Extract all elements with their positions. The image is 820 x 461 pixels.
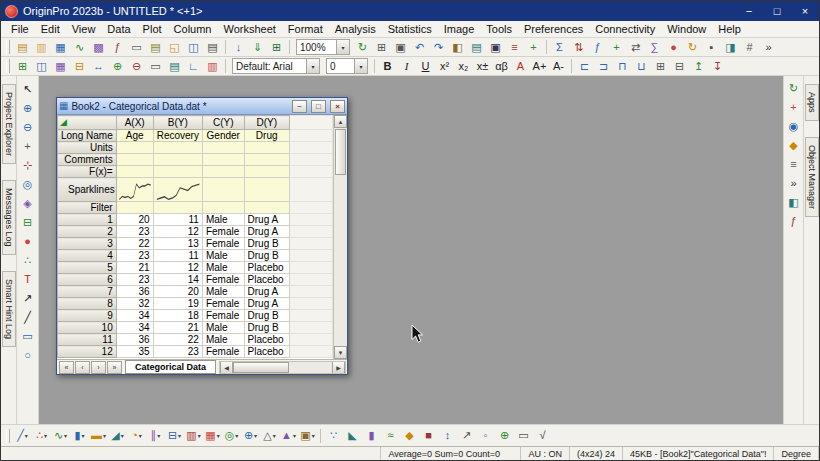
ternary-plot-button-dropdown-icon[interactable]: ▾: [273, 432, 276, 439]
double-y-plot-button-dropdown-icon[interactable]: ▾: [157, 432, 160, 439]
area-plot-button[interactable]: ◢▾: [108, 427, 127, 444]
zoom-combo[interactable]: 100% ▾: [296, 39, 350, 55]
worksheet-cell[interactable]: 22: [153, 334, 202, 346]
menu-image[interactable]: Image: [438, 22, 481, 36]
worksheet-cell[interactable]: 14: [153, 274, 202, 286]
polar-plot-button-dropdown-icon[interactable]: ▾: [254, 432, 257, 439]
new-notes-icon[interactable]: ▤: [146, 39, 165, 56]
scroll-left-button[interactable]: ◀: [220, 362, 233, 373]
prev-sheet-button[interactable]: ‹: [75, 361, 90, 374]
template-library-button[interactable]: ▣▾: [298, 427, 317, 444]
worksheet-cell[interactable]: 20: [153, 286, 202, 298]
column-plot-button-dropdown-icon[interactable]: ▾: [82, 432, 85, 439]
project-explorer-icon[interactable]: ◧: [448, 39, 467, 56]
row-number[interactable]: 5: [58, 262, 117, 274]
3d-plot-button[interactable]: ▲▾: [279, 427, 298, 444]
histogram-button-dropdown-icon[interactable]: ▾: [198, 432, 201, 439]
move-column-icon[interactable]: ⇄: [626, 39, 645, 56]
f-x-cell[interactable]: [116, 166, 153, 178]
zoom-out-tool-icon[interactable]: ⊖: [18, 118, 37, 136]
line-symbol-plot-button[interactable]: ∿▾: [51, 427, 70, 444]
row-label-comments[interactable]: Comments: [58, 154, 117, 166]
worksheet-minimize-button[interactable]: −: [292, 100, 307, 113]
comments-cell[interactable]: [244, 154, 289, 166]
comments-cell[interactable]: [116, 154, 153, 166]
vertical-scrollbar[interactable]: ▲ ▼: [333, 115, 347, 359]
redo-icon[interactable]: ↷: [429, 39, 448, 56]
row-label-filter[interactable]: Filter: [58, 202, 117, 214]
whole-page-icon[interactable]: ▭: [146, 58, 165, 75]
fitting-icon[interactable]: ƒ: [784, 213, 803, 230]
dock-tab-apps[interactable]: Apps: [805, 84, 819, 121]
toolbar-grip[interactable]: [6, 59, 10, 73]
worksheet-cell[interactable]: Female: [202, 226, 244, 238]
bubble-plot-button[interactable]: ◦: [476, 427, 495, 444]
sparkline-cell[interactable]: [116, 178, 153, 202]
3d-surface-button[interactable]: ◣: [343, 427, 362, 444]
3d-plot-button-dropdown-icon[interactable]: ▾: [293, 432, 296, 439]
worksheet-cell[interactable]: Drug A: [244, 214, 289, 226]
sort-icon[interactable]: ⇅: [569, 39, 588, 56]
long-name-cell[interactable]: Drug: [244, 130, 289, 142]
snap-to-grid-icon[interactable]: #: [740, 39, 759, 56]
add-layer-icon[interactable]: ⊞: [13, 58, 32, 75]
pie-chart-button[interactable]: ◔▾: [127, 427, 146, 444]
worksheet-cell[interactable]: Drug A: [244, 298, 289, 310]
bar-plot-button[interactable]: ▬▾: [89, 427, 108, 444]
histogram-button[interactable]: ▥▾: [184, 427, 203, 444]
screen-reader-icon[interactable]: ⊹: [18, 156, 37, 174]
xyz-bar-button[interactable]: ■: [419, 427, 438, 444]
mask-range-icon[interactable]: ●: [664, 39, 683, 56]
front-arrow-icon[interactable]: ↥: [689, 58, 708, 75]
menu-preferences[interactable]: Preferences: [518, 22, 589, 36]
worksheet-cell[interactable]: Drug B: [244, 310, 289, 322]
worksheet-cell[interactable]: Placebo: [244, 346, 289, 358]
area-plot-button-dropdown-icon[interactable]: ▾: [121, 432, 124, 439]
worksheet-cell[interactable]: 21: [153, 322, 202, 334]
column-header-a-x[interactable]: A(X): [116, 116, 153, 130]
pointer-tool-icon[interactable]: ↖: [18, 80, 37, 98]
worksheet-cell[interactable]: Female: [202, 346, 244, 358]
3d-waterfall-button[interactable]: ◆: [400, 427, 419, 444]
bold-button[interactable]: B: [378, 58, 397, 75]
vertical-scroll-thumb[interactable]: [335, 129, 346, 175]
worksheet-titlebar[interactable]: ▦ Book2 - Categorical Data.dat * − □ ×: [57, 98, 347, 115]
worksheet-cell[interactable]: Male: [202, 250, 244, 262]
filter-cell[interactable]: [244, 202, 289, 214]
row-label-long-name[interactable]: Long Name: [58, 130, 117, 142]
group-objects-icon[interactable]: ⊞: [651, 58, 670, 75]
font-size-dropdown-icon[interactable]: ▾: [354, 59, 367, 73]
script-window-icon[interactable]: »: [759, 39, 778, 56]
duplicate-window-icon[interactable]: ⊞: [372, 39, 391, 56]
box-chart-button[interactable]: ⊟▾: [165, 427, 184, 444]
units-cell[interactable]: [244, 142, 289, 154]
long-name-cell[interactable]: Recovery: [153, 130, 202, 142]
worksheet-cell[interactable]: Drug B: [244, 322, 289, 334]
font-name-dropdown-icon[interactable]: ▾: [306, 59, 319, 73]
save-project-icon[interactable]: ◫: [184, 39, 203, 56]
theme-organizer-icon[interactable]: ◨: [721, 39, 740, 56]
data-reader-icon[interactable]: ◎: [18, 175, 37, 193]
new-folder-icon[interactable]: ▥: [32, 39, 51, 56]
pan-tool-icon[interactable]: +: [18, 137, 37, 155]
font-color-button[interactable]: A: [511, 58, 530, 75]
zoom-out-graph-icon[interactable]: ⊖: [127, 58, 146, 75]
increase-font-button[interactable]: A+: [530, 58, 549, 75]
row-number[interactable]: 9: [58, 310, 117, 322]
minimize-button[interactable]: −: [735, 1, 763, 21]
font-size-combo[interactable]: 0 ▾: [326, 58, 368, 74]
f-x-cell[interactable]: [153, 166, 202, 178]
filter-cell[interactable]: [153, 202, 202, 214]
worksheet-cell[interactable]: Placebo: [244, 262, 289, 274]
worksheet-cell[interactable]: 11: [153, 250, 202, 262]
worksheet-cell[interactable]: 19: [153, 298, 202, 310]
filter-cell[interactable]: [202, 202, 244, 214]
contour-plot-button-dropdown-icon[interactable]: ▾: [235, 432, 238, 439]
f-x-cell[interactable]: [244, 166, 289, 178]
worksheet-cell[interactable]: Female: [202, 274, 244, 286]
first-sheet-button[interactable]: «: [59, 361, 74, 374]
worksheet-cell[interactable]: 12: [153, 226, 202, 238]
column-header-d-y[interactable]: D(Y): [244, 116, 289, 130]
dock-tab-messages-log[interactable]: Messages Log: [2, 180, 16, 255]
greek-button[interactable]: αβ: [492, 58, 511, 75]
